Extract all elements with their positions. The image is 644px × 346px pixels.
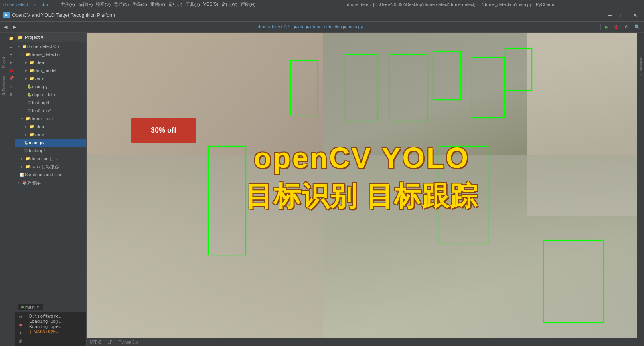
det-box-person-close — [208, 146, 246, 255]
minimize-button[interactable]: ─ — [604, 11, 615, 20]
run-status-dot — [21, 306, 24, 308]
pin-icon[interactable]: 📌 — [8, 74, 15, 82]
cv-detection-window: 30% off — [87, 33, 637, 338]
right-vert-strip: Z: Structure — [637, 33, 644, 346]
tree-item-test-mp4-1[interactable]: 🎬 test.mp4 — [15, 99, 86, 107]
status-bar: UTF-8 LF Python 3.x — [87, 338, 637, 346]
menu-nav[interactable]: 导航(N) — [114, 2, 129, 8]
app-window-title: OpenCV and YOLO Target Recognition Platf… — [12, 12, 604, 18]
scroll-icon[interactable]: ⬇ — [17, 330, 24, 337]
structure-icon[interactable]: ☰ — [8, 42, 15, 50]
menu-vcs[interactable]: VCS(S) — [203, 2, 218, 8]
menu-run[interactable]: 运行(J) — [168, 2, 182, 8]
bookmark-icon[interactable]: ★ — [8, 50, 15, 58]
debug-side-icon[interactable]: 🐞 — [8, 66, 15, 74]
favorites-strip-label[interactable]: 2: Favorites — [2, 76, 6, 95]
run-button[interactable]: ▶ — [602, 24, 610, 30]
store-sign: 30% off — [131, 118, 197, 143]
tree-item-test-mp4-2[interactable]: 🎬 test.mp4 — [15, 147, 86, 155]
maximize-button[interactable]: □ — [617, 11, 628, 20]
tree-item-scratches[interactable]: 📝 Scratches and Con… — [15, 171, 86, 179]
det-box-6 — [505, 48, 533, 91]
tree-item-idea1[interactable]: ▸ 📁 .idea — [15, 58, 86, 66]
menu-refactor[interactable]: 重构(R) — [150, 2, 165, 8]
run-panel-header: main ✕ — [15, 302, 86, 312]
structure-strip-label[interactable]: Z: Structure — [639, 57, 643, 76]
project-panel-header[interactable]: 📁 Project ▾ — [15, 33, 86, 42]
tree-item-drone-detect[interactable]: ▾ 📁 drone-detect C:\ — [15, 42, 86, 50]
run-output: D:\software… Loading Obj… Running ope… [… — [26, 312, 86, 346]
run-output-line4: [ WARN:0@0… — [29, 329, 83, 334]
project-label: drone-detect — [3, 2, 28, 7]
os-title: drone-detect [C:\Users\83852\Desktop\dro… — [260, 2, 641, 7]
project-header-label: Project ▾ — [25, 35, 43, 40]
status-ready: Python 3.x — [119, 340, 138, 344]
tree-item-external-libs[interactable]: ▸ 📚 外部库 — [15, 179, 86, 187]
menu-code[interactable]: 代码(C) — [132, 2, 147, 8]
left-vert-strip: Project 2: Favorites — [0, 33, 7, 346]
tree-item-drone-detection[interactable]: ▾ 📁 drone_detectio — [15, 50, 86, 58]
cv-title-line2: 目标识别 目标跟踪 — [245, 178, 478, 215]
os-titlebar: drone-detect ▸ dro… 文件(F) 编辑(E) 视图(V) 导航… — [0, 0, 644, 9]
pycharm-window: ▶ OpenCV and YOLO Target Recognition Pla… — [0, 9, 644, 346]
tree-item-dnn-model[interactable]: ▸ 📁 dnn_model — [15, 66, 86, 74]
tree-item-idea2[interactable]: ▸ 📁 .idea — [15, 123, 86, 131]
settings-icon[interactable]: ⚙ — [622, 24, 631, 30]
menu-edit[interactable]: 编辑(E) — [78, 2, 93, 8]
project-tree: ▾ 📁 drone-detect C:\ ▾ 📁 drone_detectio … — [15, 42, 86, 302]
project-header-icon: 📁 — [18, 35, 23, 40]
search-icon[interactable]: 🔍 — [632, 24, 642, 30]
tree-item-venv2[interactable]: ▸ 📁 venv — [15, 131, 86, 139]
menu-view[interactable]: 视图(V) — [96, 2, 111, 8]
det-box-2 — [345, 54, 378, 121]
street-scene: 30% off — [87, 33, 637, 338]
tree-item-drone-track[interactable]: ▾ 📁 drone_track — [15, 115, 86, 123]
close-button[interactable]: ✕ — [630, 11, 641, 20]
menu-tools[interactable]: 工具(T) — [186, 2, 200, 8]
toolbar-separator — [20, 24, 20, 30]
run-output-line2: Loading Obj… — [29, 319, 83, 324]
content-area: 30% off — [87, 33, 637, 346]
project-panel: 📁 Project ▾ ▾ 📁 drone-detect C:\ ▾ 📁 dro… — [15, 33, 87, 346]
window-controls: ─ □ ✕ — [604, 11, 641, 20]
tree-item-venv1[interactable]: ▸ 📁 venv — [15, 74, 86, 82]
det-box-3 — [389, 54, 428, 121]
run-output-line1: D:\software… — [29, 314, 83, 319]
det-box-1 — [290, 60, 318, 115]
print-icon[interactable]: 🖨 — [8, 82, 15, 90]
menu-help[interactable]: 帮助(H) — [241, 2, 255, 8]
tree-item-test2-mp4[interactable]: 🎬 test2.mp4 — [15, 107, 86, 115]
debug-button[interactable]: 🐞 — [611, 24, 622, 30]
tree-item-object-detect[interactable]: 🐍 object_dete… — [15, 91, 86, 99]
store-sign-text: 30% off — [151, 126, 176, 135]
os-menus: 文件(F) 编辑(E) 视图(V) 导航(N) 代码(C) 重构(R) 运行(J… — [61, 2, 255, 8]
cv-title-overlay: openCV YOLO 目标识别 目标跟踪 — [245, 141, 478, 215]
main-layout: Project 2: Favorites 📁 ☰ ★ ▶ 🐞 📌 🖨 🗑 📁 P… — [0, 33, 644, 346]
pycharm-toolbar: ◀ ▶ drone-detect C:\U ▶ dro ▶ drone_dete… — [0, 22, 644, 33]
menu-window[interactable]: 窗口(W) — [221, 2, 237, 8]
stop-icon[interactable]: ■ — [17, 322, 24, 329]
clear-icon[interactable]: 🗑 — [17, 337, 24, 344]
tree-item-main-py1[interactable]: 🐍 main.py — [15, 82, 86, 91]
run-tab-main[interactable]: main ✕ — [18, 304, 43, 310]
det-box-5 — [472, 57, 504, 118]
tree-item-track[interactable]: ▸ 📁 track 目标跟踪… — [15, 163, 86, 171]
folder-icon[interactable]: 📁 — [8, 34, 15, 42]
toolbar-separator2 — [600, 24, 601, 30]
menu-file[interactable]: 文件(F) — [61, 2, 75, 8]
run-icon[interactable]: ▶ — [8, 58, 15, 66]
delete-icon[interactable]: 🗑 — [8, 91, 15, 98]
app-titlebar: ▶ OpenCV and YOLO Target Recognition Pla… — [0, 9, 644, 22]
rerun-icon[interactable]: ↺ — [17, 314, 24, 321]
det-box-4 — [433, 51, 461, 100]
run-toolbar: ↺ ■ ⬇ 🗑 — [15, 312, 26, 346]
run-main-area: ↺ ■ ⬇ 🗑 D:\software… Loading Obj… Runnin… — [15, 312, 86, 346]
toolbar-forward[interactable]: ▶ — [10, 24, 18, 30]
toolbar-breadcrumb: drone-detect C:\U ▶ dro ▶ drone_detectio… — [22, 24, 599, 30]
run-tab-close[interactable]: ✕ — [36, 305, 40, 309]
toolbar-back[interactable]: ◀ — [2, 24, 10, 30]
tree-item-detection[interactable]: ▸ 📁 detection 目… — [15, 155, 86, 163]
tree-item-main-py2[interactable]: 🐍 main.py — [15, 139, 86, 147]
status-encoding: UTF-8 — [90, 340, 101, 344]
project-strip-label[interactable]: Project — [2, 57, 6, 68]
